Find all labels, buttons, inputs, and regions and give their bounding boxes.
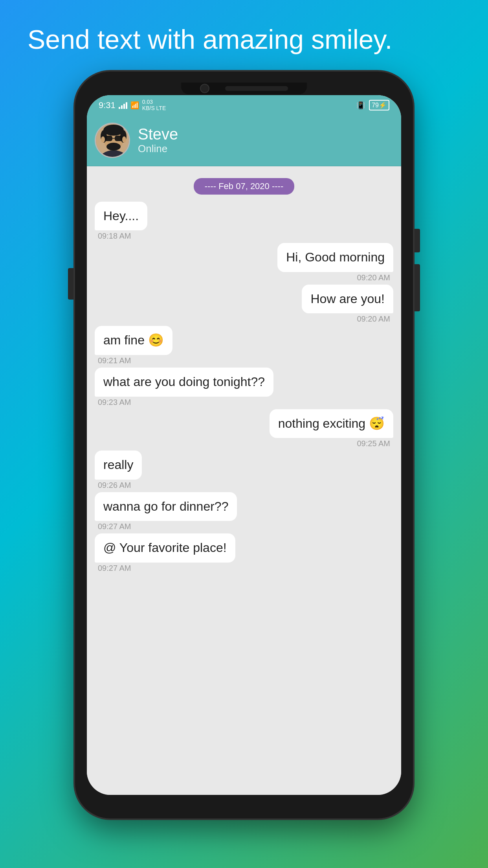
message-bubble: How are you! (302, 285, 393, 314)
status-bar: 9:31 📶 0.03 KB/S LTE 📳 (87, 95, 401, 116)
message-bubble: @ Your favorite place! (95, 533, 235, 563)
svg-point-6 (106, 143, 121, 151)
message-time: 09:23 AM (96, 398, 133, 407)
chat-header: Steve Online (87, 116, 401, 166)
message-bubble: really (95, 451, 142, 480)
wifi-icon: 📶 (130, 101, 139, 110)
message-row: Hi, Good morning09:20 AM (95, 243, 393, 282)
message-time: 09:26 AM (96, 481, 133, 490)
power-button-bottom (415, 264, 420, 311)
status-time: 9:31 (99, 100, 116, 110)
phone-notch (181, 83, 307, 94)
earpiece (225, 86, 288, 91)
avatar (95, 123, 130, 158)
phone-mockup: 9:31 📶 0.03 KB/S LTE 📳 (75, 72, 413, 818)
phone-body: 9:31 📶 0.03 KB/S LTE 📳 (75, 72, 413, 818)
messages-list: Hey....09:18 AMHi, Good morning09:20 AMH… (95, 202, 393, 575)
message-row: what are you doing tonight??09:23 AM (95, 368, 393, 407)
battery-indicator: 79 ⚡ (369, 100, 389, 110)
volume-button (68, 268, 73, 300)
message-row: really09:26 AM (95, 451, 393, 490)
svg-rect-7 (105, 136, 112, 141)
vibrate-icon: 📳 (356, 101, 365, 110)
message-row: wanna go for dinner??09:27 AM (95, 492, 393, 531)
phone-screen: 9:31 📶 0.03 KB/S LTE 📳 (87, 95, 401, 795)
status-right: 📳 79 ⚡ (356, 100, 389, 110)
date-divider: ---- Feb 07, 2020 ---- (95, 178, 393, 195)
chat-area[interactable]: ---- Feb 07, 2020 ---- Hey....09:18 AMHi… (87, 166, 401, 795)
battery-icon: ⚡ (379, 101, 387, 109)
contact-status: Online (138, 143, 389, 155)
message-bubble: what are you doing tonight?? (95, 368, 273, 397)
message-row: Hey....09:18 AM (95, 202, 393, 241)
message-row: How are you!09:20 AM (95, 285, 393, 324)
message-row: nothing exciting 😴09:25 AM (95, 409, 393, 449)
tagline: Send text with amazing smiley. (0, 0, 488, 72)
message-time: 09:27 AM (96, 564, 133, 573)
message-bubble: Hey.... (95, 202, 147, 231)
contact-info: Steve Online (138, 125, 389, 155)
power-button-top (415, 229, 420, 252)
signal-icon (119, 102, 127, 109)
message-time: 09:20 AM (355, 314, 392, 324)
message-bubble: nothing exciting 😴 (270, 409, 393, 438)
message-row: @ Your favorite place!09:27 AM (95, 533, 393, 573)
svg-rect-8 (115, 136, 123, 141)
message-bubble: Hi, Good morning (277, 243, 393, 272)
status-left: 9:31 📶 0.03 KB/S LTE (99, 99, 166, 111)
message-row: am fine 😊09:21 AM (95, 326, 393, 365)
message-bubble: wanna go for dinner?? (95, 492, 237, 521)
message-bubble: am fine 😊 (95, 326, 172, 355)
data-speed: 0.03 KB/S LTE (142, 99, 166, 111)
message-time: 09:21 AM (96, 356, 133, 365)
data-unit: KB/S LTE (142, 105, 166, 111)
message-time: 09:20 AM (355, 273, 392, 282)
contact-name: Steve (138, 125, 389, 143)
front-camera (200, 84, 209, 93)
svg-point-10 (101, 136, 105, 143)
message-time: 09:18 AM (96, 232, 133, 241)
message-time: 09:27 AM (96, 522, 133, 531)
svg-point-11 (122, 136, 126, 143)
message-time: 09:25 AM (355, 439, 392, 448)
